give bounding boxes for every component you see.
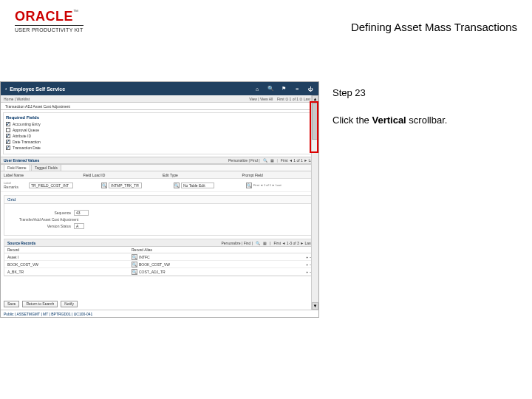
src-row: A_BK_TR 🔍COST_ADJ_TR +− — [4, 268, 315, 276]
checkbox[interactable] — [6, 134, 10, 138]
logo-subtitle: USER PRODUCTIVITY KIT — [15, 25, 83, 33]
add-icon[interactable]: + — [306, 262, 308, 267]
src-nav: First ◄ 1-3 of 3 ► Last — [273, 241, 312, 245]
required-fields-section: Required Fields Accounting Entry Approva… — [3, 112, 316, 154]
personalize-link[interactable]: Personalize | Find | — [228, 158, 260, 163]
app-title: Employee Self Service — [10, 86, 253, 92]
src-row: Asset I 🔍INTFC +− — [4, 253, 315, 261]
lookup1-input[interactable]: INTMP_TRK_TR — [109, 183, 142, 188]
col-header: Prompt Field — [239, 171, 319, 178]
add-icon[interactable]: + — [306, 255, 308, 259]
zoom-icon[interactable]: 🔍 — [263, 158, 267, 163]
src-alias: COST_ADJ_TR — [139, 270, 166, 274]
src-rec: Asset I — [7, 255, 18, 259]
ver-label: Version Status — [19, 224, 71, 228]
grid-icon[interactable]: ▦ — [263, 241, 267, 245]
req-label: Approval Queue — [13, 128, 39, 132]
lookup-icon[interactable]: 🔍 — [132, 254, 137, 260]
src-alias: BOOK_COST_VW — [139, 262, 170, 267]
footer-bar: Save Return to Search Notify — [1, 299, 318, 308]
home-icon[interactable]: ⌂ — [253, 85, 261, 92]
page-title: Defining Asset Mass Transactions — [351, 21, 517, 33]
search-icon[interactable]: 🔍 — [267, 85, 274, 92]
menu-icon[interactable]: ≡ — [293, 85, 301, 92]
field-input[interactable]: TR_FIELD_COST_INT — [29, 183, 73, 188]
grid-title: Grid — [4, 196, 315, 204]
oracle-logo: ORACLE — [15, 9, 73, 24]
req-label: Transaction Date — [13, 146, 41, 150]
column-headers: Label Name Field Load ID Edit Type Promp… — [1, 171, 318, 179]
checkbox[interactable] — [6, 128, 10, 132]
app-titlebar: ‹ Employee Self Service ⌂ 🔍 ⚑ ≡ ⏻ — [1, 82, 318, 95]
section2-title: User Entered Values — [4, 158, 39, 163]
viewer-bar: Home | Worklist View | View All First ① … — [1, 95, 318, 103]
tab-fieldname[interactable]: Field Name — [4, 164, 30, 171]
req-label: Accounting Entry — [13, 122, 41, 126]
nav-info: First ① 1 of 1 ② Last — [277, 97, 310, 101]
scroll-track[interactable] — [312, 103, 318, 302]
src-rec: BOOK_COST_VW — [7, 262, 38, 267]
source-title: Source Records — [7, 241, 35, 245]
tab-tagged[interactable]: Tagged Fields — [31, 164, 61, 171]
req-row: Attribute ID — [6, 134, 313, 138]
src-alias: INTFC — [139, 255, 150, 259]
src-col2: Record Alias — [129, 247, 253, 253]
lookup-icon[interactable]: 🔍 — [101, 183, 107, 188]
instr-post: scrollbar. — [406, 115, 448, 126]
col-header: Label Name — [1, 171, 81, 178]
flag-icon[interactable]: ⚑ — [280, 85, 287, 92]
tabs-row: Field Name Tagged Fields — [1, 164, 318, 171]
step-instruction: Click the Vertical scrollbar. — [332, 115, 519, 126]
req-row: Date Transaction — [6, 140, 313, 144]
step-label: Step 23 — [332, 87, 519, 98]
seq-label: Sequence — [19, 211, 71, 215]
col-header: Edit Type — [160, 171, 239, 178]
lookup-icon[interactable]: 🔍 — [132, 262, 137, 267]
transaction-crumb: Transaction ADJ Asset Cost Adjustment — [1, 103, 318, 110]
grid-icon[interactable]: ▦ — [270, 158, 274, 163]
reason-label: Transfer/Add Asset Cost Adjustment — [19, 217, 78, 222]
checkbox[interactable] — [6, 122, 10, 126]
req-row: Transaction Date — [6, 146, 313, 150]
instruction-pane: Step 23 Click the Vertical scrollbar. — [319, 81, 532, 318]
col-header: Field Load ID — [81, 171, 160, 178]
lookup-icon[interactable]: 🔍 — [174, 183, 180, 188]
checkbox[interactable] — [6, 140, 10, 144]
logo-block: ORACLE™ USER PRODUCTIVITY KIT — [15, 9, 83, 33]
src-row: BOOK_COST_VW 🔍BOOK_COST_VW +− — [4, 261, 315, 268]
scroll-down-icon[interactable]: ▼ — [312, 302, 318, 310]
add-icon[interactable]: + — [306, 270, 308, 274]
ver-input[interactable]: A — [74, 223, 84, 229]
vertical-scrollbar[interactable]: ▲ ▼ — [311, 95, 318, 310]
seq-input[interactable]: 43 — [74, 210, 89, 216]
lookup-icon[interactable]: 🔍 — [246, 183, 252, 188]
return-button[interactable]: Return to Search — [22, 301, 58, 307]
status-line: Public | ASSETMGMT | MT | BPTRGD01 | UC1… — [1, 310, 318, 317]
personalize-link[interactable]: Personalize | Find | — [221, 241, 253, 245]
source-records: Source Records Personalize | Find | 🔍 ▦ … — [4, 239, 316, 276]
power-icon[interactable]: ⏻ — [307, 85, 314, 92]
content-area: ‹ Employee Self Service ⌂ 🔍 ⚑ ≡ ⏻ Home |… — [0, 81, 532, 318]
nav-right: First ◄ 1 of 1 ► Last — [281, 158, 316, 163]
req-label: Attribute ID — [13, 134, 31, 138]
viewer-label[interactable]: View | View All — [249, 97, 273, 101]
src-rec: A_BK_TR — [7, 270, 24, 274]
instr-bold: Vertical — [372, 115, 406, 126]
back-icon[interactable]: ‹ — [5, 86, 7, 92]
checkbox[interactable] — [6, 146, 10, 150]
req-label: Date Transaction — [13, 140, 41, 144]
trademark: ™ — [73, 9, 78, 14]
save-button[interactable]: Save — [4, 301, 19, 307]
edittype-input[interactable]: No Table Edit — [181, 183, 214, 188]
notify-button[interactable]: Notify — [61, 301, 78, 307]
scroll-up-icon[interactable]: ▲ — [312, 95, 318, 103]
data-row: LabelRemarks TR_FIELD_COST_INT 🔍INTMP_TR… — [1, 179, 318, 192]
scroll-thumb[interactable] — [312, 103, 318, 140]
req-row: Accounting Entry — [6, 122, 313, 126]
row-nav: First ◄ 1 of 1 ► Last — [253, 183, 282, 187]
user-values-header: User Entered Values Personalize | Find |… — [1, 157, 318, 164]
lookup-icon[interactable]: 🔍 — [132, 269, 137, 275]
instr-pre: Click the — [332, 115, 372, 126]
zoom-icon[interactable]: 🔍 — [256, 241, 260, 245]
section-title: Required Fields — [6, 115, 313, 120]
